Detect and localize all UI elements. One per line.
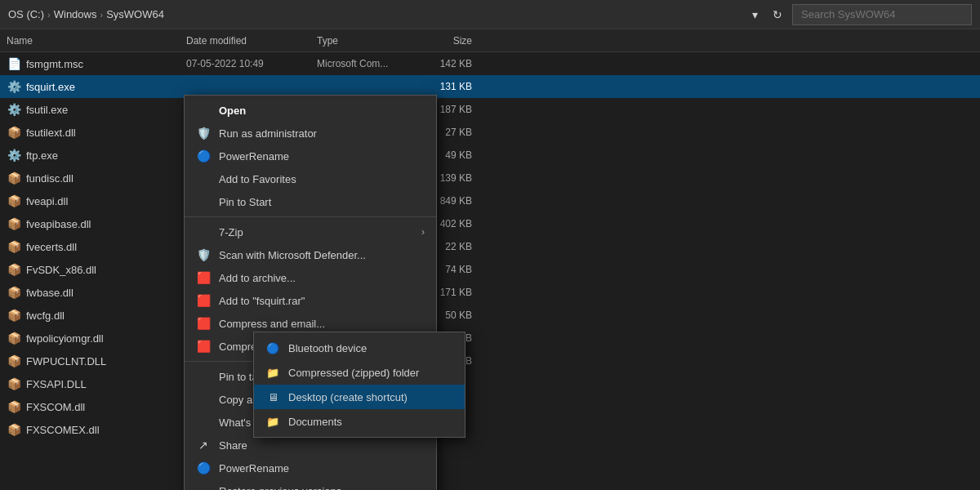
- file-name: ftp.exe: [26, 149, 186, 162]
- ctx-item-icon-empty: [196, 225, 211, 239]
- breadcrumb-syswow64[interactable]: SysWOW64: [106, 8, 164, 20]
- context-menu-item-7zip[interactable]: 7-Zip ›: [185, 220, 436, 243]
- context-menu-item-restore-versions[interactable]: Restore previous versions: [185, 479, 436, 490]
- file-icon: 📄: [7, 56, 21, 71]
- file-name: fveapi.dll: [26, 195, 186, 207]
- table-row[interactable]: ⚙️ fsquirt.exe 131 KB: [0, 75, 980, 98]
- table-row[interactable]: 📦 fwcfg.dll 50 KB: [0, 304, 980, 327]
- file-name: FXSAPI.DLL: [26, 378, 186, 390]
- context-menu-item-add-rar[interactable]: 🟥 Add to "fsquirt.rar": [185, 289, 436, 312]
- submenu-label-bluetooth: Bluetooth device: [288, 342, 367, 354]
- ctx-item-label: PowerRename: [219, 150, 425, 163]
- file-name: fsutil.exe: [26, 104, 186, 116]
- breadcrumb: OS (C:) › Windows › SysWOW64: [8, 8, 742, 20]
- context-menu-separator: [185, 216, 436, 217]
- file-name: fsquirt.exe: [26, 81, 186, 93]
- file-date: 07-05-2022 10:49: [186, 58, 317, 69]
- ctx-item-label: Share: [219, 439, 425, 452]
- file-name: fwbase.dll: [26, 287, 186, 299]
- file-icon: 📦: [7, 216, 21, 231]
- table-row[interactable]: ⚙️ fsutil.exe 187 KB: [0, 98, 980, 121]
- table-row[interactable]: 📦 fveapibase.dll 402 KB: [0, 212, 980, 235]
- table-row[interactable]: 📦 fwbase.dll 171 KB: [0, 281, 980, 304]
- breadcrumb-windows[interactable]: Windows: [54, 8, 97, 20]
- table-row[interactable]: 📦 fundisc.dll 139 KB: [0, 167, 980, 189]
- file-type: Microsoft Com...: [317, 58, 407, 69]
- context-menu-item-add-archive[interactable]: 🟥 Add to archive...: [185, 266, 436, 289]
- context-menu-item-power-rename2[interactable]: 🔵 PowerRename: [185, 457, 436, 479]
- ctx-item-icon-empty: [196, 483, 211, 490]
- file-icon: 📦: [7, 331, 21, 345]
- submenu-label-documents: Documents: [288, 416, 342, 428]
- table-row[interactable]: 📦 fvecerts.dll 22 KB: [0, 235, 980, 258]
- top-bar-right: ▾ ↻: [747, 4, 972, 25]
- col-header-type: Type: [317, 35, 407, 47]
- ctx-item-icon: 🟥: [196, 316, 211, 331]
- file-icon: ⚙️: [7, 148, 21, 163]
- context-menu-item-power-rename[interactable]: 🔵 PowerRename: [185, 145, 436, 167]
- dropdown-button[interactable]: ▾: [747, 5, 763, 24]
- col-header-date: Date modified: [186, 35, 317, 47]
- table-row[interactable]: 📦 FvSDK_x86.dll 74 KB: [0, 258, 980, 281]
- ctx-submenu-arrow: ›: [421, 226, 425, 238]
- file-name: FWPUCLNT.DLL: [26, 355, 186, 368]
- context-menu-item-pin-to-start[interactable]: Pin to Start: [185, 190, 436, 213]
- ctx-item-icon: 🟥: [196, 339, 211, 354]
- ctx-item-label: PowerRename: [219, 462, 425, 474]
- submenu-item-bluetooth[interactable]: 🔵 Bluetooth device: [254, 336, 465, 360]
- ctx-item-label: 7-Zip: [219, 226, 413, 238]
- submenu-label-compressed-folder: Compressed (zipped) folder: [288, 367, 419, 379]
- context-menu-item-add-to-favorites[interactable]: Add to Favorites: [185, 167, 436, 190]
- column-headers: Name Date modified Type Size: [0, 29, 980, 52]
- file-name: fwpolicyiomgr.dll: [26, 332, 186, 345]
- file-icon: 📦: [7, 171, 21, 185]
- table-row[interactable]: 📦 FXSCOM.dll: [0, 395, 980, 418]
- submenu-icon-desktop-shortcut: 🖥: [265, 390, 280, 404]
- submenu-item-compressed-folder[interactable]: 📁 Compressed (zipped) folder: [254, 360, 465, 385]
- submenu-item-desktop-shortcut[interactable]: 🖥 Desktop (create shortcut): [254, 385, 465, 409]
- context-menu-item-scan-defender[interactable]: 🛡️ Scan with Microsoft Defender...: [185, 243, 436, 266]
- refresh-button[interactable]: ↻: [768, 5, 787, 24]
- submenu-item-documents[interactable]: 📁 Documents: [254, 409, 465, 434]
- submenu-icon-documents: 📁: [265, 414, 280, 429]
- file-icon: 📦: [7, 194, 21, 208]
- search-input[interactable]: [792, 4, 972, 25]
- file-icon: ⚙️: [7, 79, 21, 94]
- file-name: fsutilext.dll: [26, 127, 186, 139]
- table-row[interactable]: 📦 FXSAPI.DLL: [0, 372, 980, 395]
- ctx-item-icon: 🛡️: [196, 247, 211, 262]
- file-name: fundisc.dll: [26, 172, 186, 185]
- context-menu-item-run-as-admin[interactable]: 🛡️ Run as administrator: [185, 122, 436, 145]
- table-row[interactable]: 📦 fsutilext.dll 27 KB: [0, 121, 980, 144]
- ctx-item-icon-empty: [196, 392, 211, 407]
- ctx-item-label: Add to Favorites: [219, 173, 425, 185]
- table-row[interactable]: 📦 fwpolicyiomgr.dll 275 KB: [0, 327, 980, 350]
- col-header-size: Size: [407, 35, 472, 47]
- ctx-item-icon-empty: [196, 194, 211, 209]
- ctx-item-icon: 🔵: [196, 461, 211, 475]
- file-items: 📄 fsmgmt.msc 07-05-2022 10:49 Microsoft …: [0, 52, 980, 490]
- ctx-item-icon-empty: [196, 103, 211, 118]
- table-row[interactable]: 📦 FXSCOMEX.dll: [0, 418, 980, 441]
- table-row[interactable]: 📄 fsmgmt.msc 07-05-2022 10:49 Microsoft …: [0, 52, 980, 75]
- file-icon: ⚙️: [7, 102, 21, 117]
- ctx-item-icon: 🟥: [196, 270, 211, 285]
- ctx-item-icon: 🟥: [196, 293, 211, 308]
- file-icon: 📦: [7, 399, 21, 414]
- ctx-item-label: Restore previous versions: [219, 485, 425, 491]
- file-list-area: Name Date modified Type Size 📄 fsmgmt.ms…: [0, 29, 980, 490]
- table-row[interactable]: 📦 fveapi.dll 849 KB: [0, 189, 980, 212]
- send-to-submenu: 🔵 Bluetooth device 📁 Compressed (zipped)…: [253, 332, 466, 438]
- file-icon: 📦: [7, 239, 21, 254]
- breadcrumb-sep2: ›: [100, 10, 103, 20]
- table-row[interactable]: 📦 FWPUCLNT.DLL 354 KB: [0, 350, 980, 372]
- breadcrumb-sep1: ›: [47, 10, 51, 20]
- file-name: fwcfg.dll: [26, 310, 186, 322]
- context-menu-item-open[interactable]: Open: [185, 99, 436, 122]
- file-size: 131 KB: [407, 81, 472, 92]
- table-row[interactable]: ⚙️ ftp.exe 49 KB: [0, 144, 980, 167]
- submenu-icon-compressed-folder: 📁: [265, 365, 280, 380]
- file-size: 142 KB: [407, 58, 472, 69]
- submenu-icon-bluetooth: 🔵: [265, 341, 280, 355]
- breadcrumb-c[interactable]: OS (C:): [8, 8, 44, 20]
